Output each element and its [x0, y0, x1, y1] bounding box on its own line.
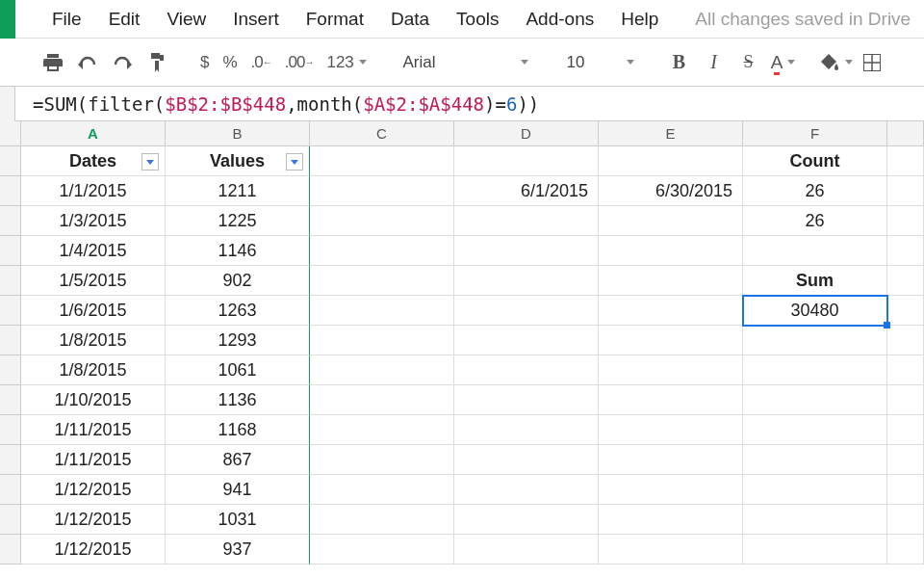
- cell[interactable]: 1146: [166, 236, 310, 266]
- cell[interactable]: [310, 146, 454, 176]
- row-header[interactable]: [0, 206, 21, 236]
- cell[interactable]: [454, 206, 599, 236]
- cell[interactable]: 937: [166, 535, 310, 565]
- fill-color-button[interactable]: [821, 46, 854, 79]
- menu-add-ons[interactable]: Add-ons: [512, 9, 607, 30]
- cell[interactable]: [599, 475, 743, 505]
- cell[interactable]: [887, 535, 924, 565]
- cell[interactable]: 1168: [166, 415, 310, 445]
- cell[interactable]: [599, 535, 743, 565]
- italic-button[interactable]: I: [698, 46, 731, 79]
- print-button[interactable]: [37, 46, 69, 79]
- cell[interactable]: Values: [166, 146, 310, 176]
- cell[interactable]: [887, 355, 924, 385]
- cell[interactable]: [599, 355, 743, 385]
- cell[interactable]: [310, 266, 454, 296]
- cell[interactable]: [454, 296, 599, 326]
- column-header-F[interactable]: F: [743, 121, 887, 146]
- cell[interactable]: 26: [743, 176, 887, 206]
- number-format-button[interactable]: 123: [321, 46, 372, 79]
- cell[interactable]: [310, 445, 454, 475]
- formula-bar[interactable]: =SUM(filter($B$2:$B$448,month($A$2:$A$44…: [0, 87, 924, 121]
- font-size-dropdown[interactable]: 10: [559, 49, 642, 76]
- cell[interactable]: [454, 355, 599, 385]
- cell[interactable]: [599, 445, 743, 475]
- menu-view[interactable]: View: [153, 9, 219, 30]
- cell[interactable]: [454, 535, 599, 565]
- cell[interactable]: [454, 236, 599, 266]
- redo-button[interactable]: [106, 46, 139, 79]
- cell[interactable]: Sum: [743, 266, 887, 296]
- row-header[interactable]: [0, 535, 21, 565]
- cell[interactable]: Count: [743, 146, 887, 176]
- menu-tools[interactable]: Tools: [443, 9, 512, 30]
- row-header[interactable]: [0, 176, 21, 206]
- cell[interactable]: [454, 326, 599, 355]
- cell[interactable]: [310, 326, 454, 355]
- column-header-D[interactable]: D: [454, 121, 599, 146]
- cell[interactable]: 902: [166, 266, 310, 296]
- row-header[interactable]: [0, 505, 21, 535]
- strikethrough-button[interactable]: S: [732, 46, 765, 79]
- cell[interactable]: [310, 206, 454, 236]
- menu-file[interactable]: File: [38, 9, 95, 30]
- cell[interactable]: [310, 176, 454, 206]
- cell[interactable]: [599, 206, 743, 236]
- cell[interactable]: [599, 326, 743, 355]
- cell[interactable]: [310, 236, 454, 266]
- cell[interactable]: [743, 535, 887, 565]
- cell[interactable]: [743, 445, 887, 475]
- cell[interactable]: [599, 505, 743, 535]
- cell[interactable]: 1/4/2015: [21, 236, 166, 266]
- cell[interactable]: 1/5/2015: [21, 266, 166, 296]
- cell[interactable]: [743, 385, 887, 415]
- cell[interactable]: [310, 415, 454, 445]
- percent-button[interactable]: %: [217, 46, 243, 79]
- cell[interactable]: [310, 475, 454, 505]
- cell[interactable]: [454, 475, 599, 505]
- menu-data[interactable]: Data: [377, 9, 443, 30]
- cell[interactable]: [310, 296, 454, 326]
- cell[interactable]: [743, 415, 887, 445]
- cell[interactable]: [887, 176, 924, 206]
- cell[interactable]: 941: [166, 475, 310, 505]
- cell[interactable]: [743, 505, 887, 535]
- cell[interactable]: 1061: [166, 355, 310, 385]
- cell[interactable]: 30480: [743, 296, 887, 326]
- cell[interactable]: [887, 326, 924, 355]
- spreadsheet-grid[interactable]: ABCDEFDatesValuesCount1/1/201512116/1/20…: [0, 121, 924, 565]
- borders-button[interactable]: [856, 46, 888, 79]
- column-header-C[interactable]: C: [310, 121, 454, 146]
- text-color-button[interactable]: A: [767, 46, 800, 79]
- cell[interactable]: [887, 236, 924, 266]
- column-header-E[interactable]: E: [599, 121, 743, 146]
- bold-button[interactable]: B: [663, 46, 696, 79]
- cell[interactable]: [310, 535, 454, 565]
- row-header[interactable]: [0, 415, 21, 445]
- cell[interactable]: 1263: [166, 296, 310, 326]
- cell[interactable]: [310, 385, 454, 415]
- cell[interactable]: 6/1/2015: [454, 176, 599, 206]
- filter-button[interactable]: [286, 153, 303, 171]
- undo-button[interactable]: [71, 46, 104, 79]
- cell[interactable]: 1136: [166, 385, 310, 415]
- cell[interactable]: [887, 445, 924, 475]
- cell[interactable]: [887, 475, 924, 505]
- cell[interactable]: [599, 296, 743, 326]
- cell[interactable]: 1/3/2015: [21, 206, 166, 236]
- cell[interactable]: 1/12/2015: [21, 475, 166, 505]
- menu-edit[interactable]: Edit: [95, 9, 154, 30]
- cell[interactable]: [743, 236, 887, 266]
- cell[interactable]: [743, 326, 887, 355]
- cell[interactable]: [454, 266, 599, 296]
- filter-button[interactable]: [141, 153, 159, 171]
- menu-help[interactable]: Help: [607, 9, 672, 30]
- cell[interactable]: [454, 445, 599, 475]
- cell[interactable]: [310, 505, 454, 535]
- row-header[interactable]: [0, 296, 21, 326]
- font-family-dropdown[interactable]: Arial: [394, 49, 538, 76]
- row-header[interactable]: [0, 355, 21, 385]
- row-header[interactable]: [0, 266, 21, 296]
- cell[interactable]: 1/1/2015: [21, 176, 166, 206]
- cell[interactable]: [599, 266, 743, 296]
